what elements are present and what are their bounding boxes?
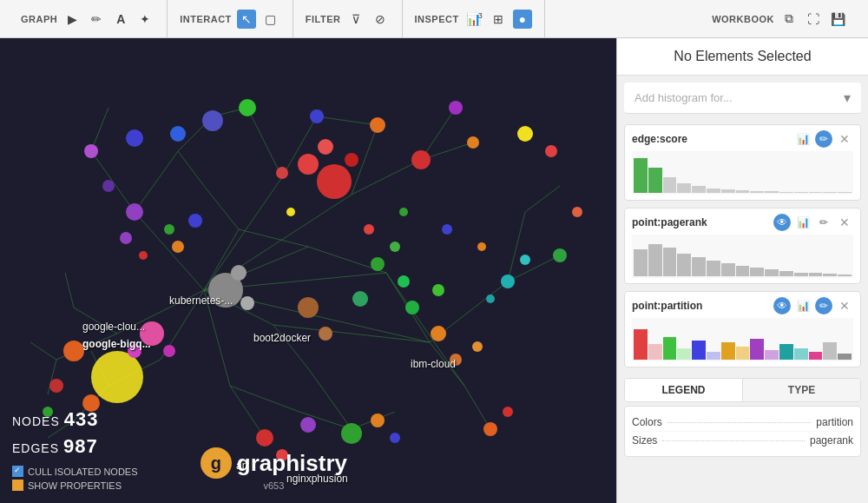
pencil-icon-partition[interactable]: ✏ [815,297,832,314]
bar [794,273,808,276]
svg-point-60 [317,164,352,199]
cull-checkbox-input[interactable] [12,466,23,477]
bar [750,268,764,276]
bar [677,254,691,276]
bar [779,344,793,360]
svg-point-114 [442,224,452,235]
svg-point-81 [319,327,332,341]
play-icon[interactable]: ▶ [62,10,82,29]
interact-label: INTERACT [180,14,232,24]
toolbar-filter-group: FILTER ⊽ ⊘ [293,0,403,37]
histogram-edge-score: edge:score 📊 ✏ ✕ [624,124,861,201]
show-checkbox-input[interactable] [12,480,23,491]
svg-point-66 [170,126,186,142]
panel-header: No Elements Selected [617,38,868,76]
svg-point-111 [286,208,295,216]
bar [838,275,852,276]
svg-point-94 [517,126,533,142]
close-icon-edge-score[interactable]: ✕ [836,130,853,148]
bar [721,342,735,360]
svg-point-88 [239,99,256,116]
share-icon[interactable]: ✦ [135,10,155,29]
tab-type[interactable]: TYPE [743,379,860,401]
svg-point-115 [477,242,486,251]
legend-dots-colors [667,422,812,423]
bar [809,273,823,276]
svg-point-54 [49,379,63,393]
legend-sizes-value: pagerank [810,434,853,447]
save-icon[interactable]: 💾 [828,10,847,29]
svg-point-107 [164,224,174,235]
close-icon-pagerank[interactable]: ✕ [836,214,853,231]
graph-canvas[interactable]: kubernetes-... google-clou... google-big… [0,38,616,503]
logo-overlay: g graphistry v653 [201,447,347,491]
bar [750,339,764,360]
svg-point-53 [63,341,84,361]
close-icon-partition[interactable]: ✕ [836,297,853,314]
toolbar-inspect-group: INSPECT 📊3 ⊞ ● [403,0,545,37]
svg-point-85 [431,326,446,341]
filter-icon[interactable]: ⊽ [346,10,365,29]
filter-clear-icon[interactable]: ⊘ [371,10,390,29]
bar [736,266,750,276]
select-rect-icon[interactable]: ▢ [261,10,280,29]
bar [692,257,706,276]
svg-point-97 [572,207,582,217]
show-label: SHOW PROPERTIES [28,480,122,491]
svg-point-90 [370,117,385,133]
bar [823,342,837,360]
bar-icon-partition[interactable]: 📊 [794,297,812,314]
add-histogram-dropdown[interactable]: Add histogram for... ▾ [624,83,861,114]
circle-icon[interactable]: ● [513,10,532,29]
svg-point-67 [202,110,223,131]
bar-icon-edge-score[interactable]: 📊 [794,130,812,148]
cull-isolated-checkbox[interactable]: CULL ISOLATED NODES [12,466,138,477]
nodes-count: 433 [64,408,99,430]
histogram-point-partition-header: point:partition 👁 📊 ✏ ✕ [632,297,853,314]
svg-point-96 [553,248,567,262]
bar [692,341,706,360]
legend-sizes-label: Sizes [632,434,657,447]
bar [677,348,691,360]
bar [634,329,648,360]
histogram-edge-score-header: edge:score 📊 ✏ ✕ [632,130,853,148]
pencil-icon-pagerank[interactable]: ✏ [815,214,832,231]
grid-icon[interactable]: ⊞ [489,10,508,29]
histogram-point-partition: point:partition 👁 📊 ✏ ✕ [624,291,861,367]
pencil-icon-edge-score[interactable]: ✏ [815,130,832,148]
external-link-icon[interactable]: ⧉ [779,10,799,29]
svg-point-86 [450,354,462,366]
bar-chart-icon[interactable]: 📊3 [464,10,483,29]
bar [663,177,677,193]
show-properties-checkbox[interactable]: SHOW PROPERTIES [12,480,138,491]
graph-label: GRAPH [21,14,57,24]
pencil-icon[interactable]: ✏ [87,10,106,29]
toolbar: GRAPH ▶ ✏ A ✦ INTERACT ↖ ▢ FILTER ⊽ ⊘ IN… [0,0,868,38]
bar [823,192,837,193]
text-icon[interactable]: A [111,10,130,29]
right-panel: No Elements Selected Add histogram for..… [616,38,868,503]
svg-point-91 [411,150,431,169]
svg-point-108 [188,214,202,228]
tab-legend[interactable]: LEGEND [625,379,743,401]
edges-stat: EDGES 987 [12,434,138,460]
stats-overlay: NODES 433 EDGES 987 CULL ISOLATED NODES … [12,407,138,491]
toolbar-workbook-group: WORKBOOK ⧉ ⛶ 💾 [700,0,859,37]
histogram-point-partition-title: point:partition [632,300,702,312]
svg-point-98 [256,429,273,447]
svg-point-72 [405,301,419,314]
dropdown-arrow-icon: ▾ [844,89,851,106]
logo: g graphistry [201,447,347,479]
bar-icon-pagerank[interactable]: 📊 [794,214,812,231]
svg-point-93 [467,136,479,149]
histogram-edge-score-title: edge:score [632,133,687,145]
eye-icon-pagerank[interactable]: 👁 [773,214,791,231]
eye-icon-partition[interactable]: 👁 [773,297,791,314]
filter-label: FILTER [306,14,341,24]
svg-point-71 [352,291,368,307]
fullscreen-icon[interactable]: ⛶ [804,10,823,29]
cursor-icon[interactable]: ↖ [237,10,256,29]
svg-point-106 [172,241,184,253]
svg-point-101 [341,423,362,444]
bar [721,263,735,276]
